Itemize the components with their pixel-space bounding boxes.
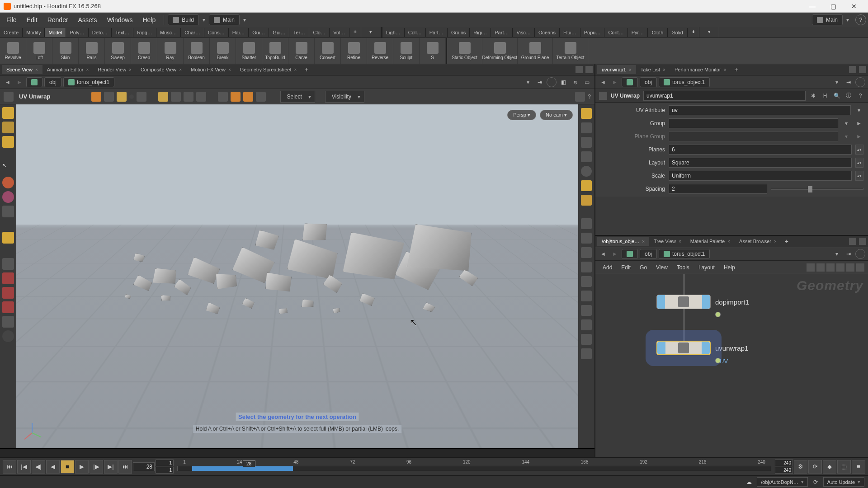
shelf-tool[interactable]: Break: [210, 38, 236, 64]
netmenu-edit[interactable]: Edit: [618, 263, 634, 272]
pin-icon[interactable]: ⇥: [844, 249, 854, 259]
info-icon[interactable]: ⓘ: [844, 92, 853, 100]
path-home-button[interactable]: [622, 249, 638, 259]
shelf-tool[interactable]: Skin: [52, 38, 79, 64]
node-dopimport[interactable]: dopimport1: [656, 295, 749, 309]
next-key-button[interactable]: ▶|: [104, 460, 118, 474]
gear-tool-icon[interactable]: [2, 206, 14, 217]
net-tool-2-icon[interactable]: [816, 263, 825, 272]
select-dropdown[interactable]: Select: [280, 91, 315, 103]
shelf-tool[interactable]: Deforming Object: [482, 38, 518, 64]
prev-key-button[interactable]: |◀: [17, 460, 31, 474]
pane-tab[interactable]: Geometry Spreadsheet×: [236, 65, 302, 74]
uvattr-field[interactable]: [669, 105, 851, 115]
pane-expand-icon[interactable]: [849, 238, 856, 245]
shelf-tab[interactable]: Gui…: [249, 28, 269, 37]
net-tool-1-icon[interactable]: [807, 263, 815, 272]
node-name-field[interactable]: [643, 91, 806, 101]
menu-help[interactable]: Help: [138, 14, 160, 26]
param-add-tab[interactable]: +: [731, 64, 742, 75]
move-tool-icon[interactable]: [2, 136, 14, 148]
param-tab-node[interactable]: uvunwrap1×: [597, 65, 636, 74]
shelf-add-tab-2[interactable]: +: [688, 27, 699, 38]
shelf-tool[interactable]: Sweep: [105, 38, 131, 64]
sphere-icon[interactable]: [581, 166, 592, 177]
nav-fwd-icon[interactable]: ►: [14, 77, 24, 87]
desktop-dropdown-icon-3[interactable]: ▾: [844, 14, 852, 26]
pane-menu-icon[interactable]: [859, 66, 866, 73]
path-crumb-obj[interactable]: obj: [44, 77, 61, 87]
display-opt-1[interactable]: [581, 108, 592, 119]
nav-fwd-icon[interactable]: ►: [610, 77, 620, 87]
path-crumb-obj[interactable]: obj: [640, 77, 657, 87]
shelf-tool[interactable]: Ground Plane: [518, 38, 553, 64]
viewport-3d[interactable]: Persp ▾ No cam ▾ Select the geometry for…: [16, 104, 578, 448]
shelf-tab[interactable]: Rigg…: [133, 28, 156, 37]
shelf-menu-1[interactable]: ▾: [361, 27, 381, 38]
shelf-tab[interactable]: Cont…: [604, 28, 627, 37]
shelf-tab[interactable]: Oceans: [535, 28, 560, 37]
disp-10[interactable]: [581, 348, 592, 359]
netmenu-go[interactable]: Go: [636, 263, 651, 272]
close-icon[interactable]: ×: [86, 67, 89, 72]
handle-tool-icon[interactable]: [2, 107, 14, 119]
netmenu-add[interactable]: Add: [599, 263, 616, 272]
path-crumb-node[interactable]: torus_object1: [659, 249, 710, 259]
highlight-tool-icon[interactable]: [2, 232, 14, 244]
path-home-button[interactable]: [622, 77, 638, 87]
netmenu-help[interactable]: Help: [720, 263, 739, 272]
menu-file[interactable]: File: [2, 14, 21, 26]
close-icon[interactable]: ×: [642, 239, 645, 244]
cook-path-field[interactable]: /obj/AutoDopN…▾: [757, 477, 808, 487]
update-mode-field[interactable]: Auto Update▾: [823, 477, 864, 487]
spacing-field[interactable]: [669, 184, 767, 194]
snap-3-icon[interactable]: [243, 92, 253, 102]
pane-menu-icon[interactable]: [585, 66, 593, 73]
pane-tab[interactable]: Render View×: [93, 65, 136, 74]
close-icon[interactable]: ×: [35, 67, 38, 72]
ball-tool-1[interactable]: [2, 177, 14, 188]
network-tab-assets[interactable]: Asset Browser×: [735, 237, 781, 246]
snap-1-icon[interactable]: [218, 92, 228, 102]
houdini-icon[interactable]: H: [821, 92, 829, 100]
marquee-icon[interactable]: [158, 92, 168, 102]
desktop-dropdown-icon[interactable]: ▾: [200, 14, 208, 26]
layout-field[interactable]: [669, 158, 852, 168]
spinner-up-icon[interactable]: ▴▾: [855, 145, 863, 155]
range-start-field[interactable]: [156, 460, 174, 466]
netmenu-view[interactable]: View: [652, 263, 671, 272]
shelf-tab[interactable]: Create: [0, 28, 23, 37]
net-tool-3-icon[interactable]: [826, 263, 835, 272]
shelf-tool[interactable]: Carve: [288, 38, 315, 64]
shelf-tab[interactable]: Hai…: [229, 28, 249, 37]
global-start-field[interactable]: [156, 467, 174, 474]
path-crumb-node[interactable]: torus_object1: [659, 77, 710, 87]
pane-tab[interactable]: Composite View×: [136, 65, 186, 74]
desktop-selector-right[interactable]: Main: [812, 14, 843, 25]
pane-tab[interactable]: Motion FX View×: [186, 65, 236, 74]
shelf-tab[interactable]: Solid: [668, 28, 688, 37]
first-frame-button[interactable]: ⏮: [3, 460, 16, 474]
param-tab-takelist[interactable]: Take List×: [636, 65, 670, 74]
shelf-tab[interactable]: Part…: [426, 28, 448, 37]
current-frame-field[interactable]: [133, 462, 155, 471]
path-dropdown-icon[interactable]: ▾: [523, 77, 533, 87]
shelf-tool[interactable]: S: [420, 38, 446, 64]
menu-assets[interactable]: Assets: [74, 14, 102, 26]
snap-2-icon[interactable]: [231, 92, 241, 102]
shelf-tool[interactable]: Refine: [341, 38, 367, 64]
grid-tool-icon[interactable]: [2, 258, 14, 270]
shelf-tab[interactable]: Visc…: [513, 28, 535, 37]
playhead[interactable]: 28: [243, 460, 255, 467]
node-flag-icon[interactable]: [715, 312, 721, 317]
path-home-button[interactable]: [26, 77, 42, 87]
shelf-tab[interactable]: Cloth: [648, 28, 668, 37]
help-icon[interactable]: ?: [856, 92, 864, 100]
step-fwd-button[interactable]: |▶: [90, 460, 103, 474]
disp-1[interactable]: [581, 218, 592, 229]
nav-back-icon[interactable]: ◄: [598, 77, 608, 87]
spinner-icon[interactable]: ▴▾: [855, 158, 863, 168]
close-icon[interactable]: ×: [179, 67, 182, 72]
nocam-menu-button[interactable]: No cam ▾: [540, 110, 573, 120]
range-end-field[interactable]: [775, 460, 793, 466]
